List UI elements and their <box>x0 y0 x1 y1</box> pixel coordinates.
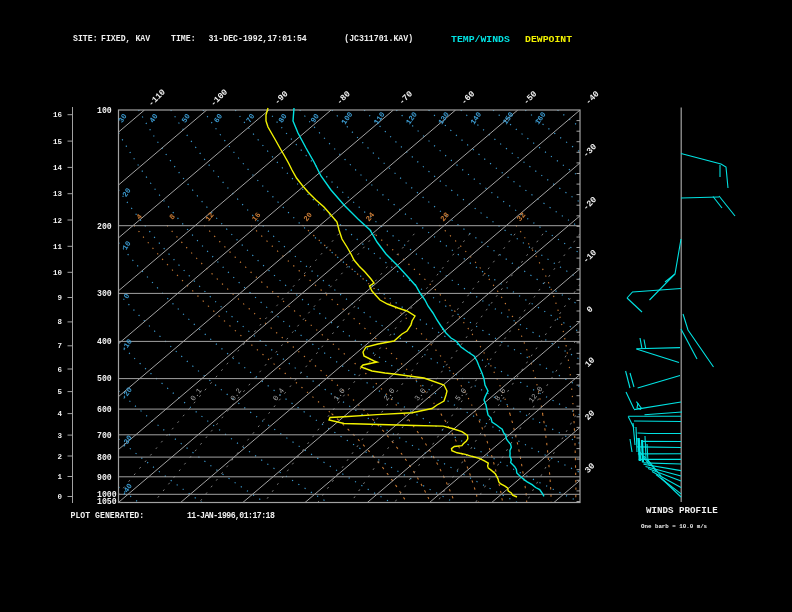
svg-text:11: 11 <box>53 243 63 251</box>
svg-text:200: 200 <box>97 222 112 231</box>
svg-text:700: 700 <box>97 431 112 440</box>
svg-text:TEMP/WINDS: TEMP/WINDS <box>451 34 510 45</box>
svg-text:FIXED, KAV: FIXED, KAV <box>101 34 150 43</box>
svg-text:13: 13 <box>53 190 63 198</box>
svg-text:15: 15 <box>53 138 63 146</box>
svg-text:7: 7 <box>57 342 62 350</box>
svg-text:5: 5 <box>57 388 62 396</box>
svg-text:4: 4 <box>57 410 62 418</box>
svg-text:0: 0 <box>57 493 62 501</box>
svg-text:31-DEC-1992,17:01:54: 31-DEC-1992,17:01:54 <box>209 34 307 43</box>
svg-text:500: 500 <box>97 374 112 383</box>
svg-text:6: 6 <box>57 366 62 374</box>
svg-text:3: 3 <box>57 432 62 440</box>
svg-text:900: 900 <box>97 473 112 482</box>
svg-text:300: 300 <box>97 289 112 298</box>
svg-text:800: 800 <box>97 453 112 462</box>
svg-text:14: 14 <box>53 164 63 172</box>
svg-text:PLOT GENERATED:: PLOT GENERATED: <box>71 511 145 520</box>
svg-text:1050: 1050 <box>97 497 117 506</box>
svg-text:16: 16 <box>53 111 63 119</box>
svg-text:WINDS PROFILE: WINDS PROFILE <box>646 505 718 516</box>
svg-text:100: 100 <box>97 106 112 115</box>
svg-text:9: 9 <box>57 294 62 302</box>
svg-text:One barb = 10.0 m/s: One barb = 10.0 m/s <box>641 523 708 530</box>
svg-text:TIME:: TIME: <box>171 34 196 43</box>
svg-text:(JC311701.KAV): (JC311701.KAV) <box>344 34 413 43</box>
svg-text:2: 2 <box>57 453 62 461</box>
svg-text:SITE:: SITE: <box>73 34 98 43</box>
svg-text:12: 12 <box>53 217 63 225</box>
svg-text:400: 400 <box>97 337 112 346</box>
svg-text:600: 600 <box>97 405 112 414</box>
svg-text:10: 10 <box>53 269 63 277</box>
svg-text:11-JAN-1996,01:17:18: 11-JAN-1996,01:17:18 <box>187 511 275 520</box>
svg-text:1: 1 <box>57 473 62 481</box>
svg-text:DEWPOINT: DEWPOINT <box>525 34 572 45</box>
svg-text:8: 8 <box>57 318 62 326</box>
